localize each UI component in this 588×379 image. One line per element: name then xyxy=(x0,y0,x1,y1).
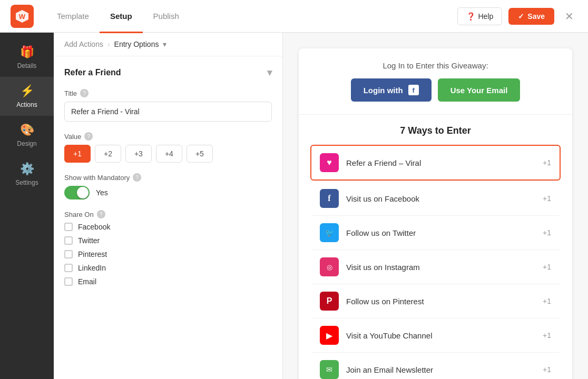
twitter-checkbox[interactable] xyxy=(64,236,73,245)
login-buttons: Login with f Use Your Email xyxy=(311,78,560,102)
pinterest-entry-points: +1 xyxy=(543,297,551,305)
entry-refer[interactable]: ♥ Refer a Friend – Viral +1 xyxy=(310,145,561,181)
nav-actions: ❓ Help ✓ Save ✕ xyxy=(457,7,578,25)
design-icon: 🎨 xyxy=(20,123,34,137)
breadcrumb-chevron-icon[interactable]: ▾ xyxy=(163,40,166,48)
instagram-entry-label: Visit us on Instagram xyxy=(346,263,535,272)
email-label: Email xyxy=(78,277,96,286)
entry-instagram[interactable]: ◎ Visit us on Instagram +1 xyxy=(311,250,560,284)
share-checkbox-list: Facebook Twitter Pinterest LinkedIn xyxy=(64,223,272,286)
sidebar: 🎁 Details ⚡ Actions 🎨 Design ⚙️ Settings xyxy=(0,33,54,379)
twitter-entry-icon: 🐦 xyxy=(320,223,339,242)
share-facebook[interactable]: Facebook xyxy=(64,223,272,231)
svg-text:W: W xyxy=(19,13,26,21)
linkedin-label: LinkedIn xyxy=(78,264,106,272)
entry-facebook[interactable]: f Visit us on Facebook +1 xyxy=(311,182,560,216)
instagram-entry-icon: ◎ xyxy=(320,257,339,276)
entry-pinterest[interactable]: P Follow us on Pinterest +1 xyxy=(311,284,560,318)
linkedin-checkbox[interactable] xyxy=(64,264,73,272)
share-linkedin[interactable]: LinkedIn xyxy=(64,264,272,272)
refer-points: +1 xyxy=(543,158,551,167)
email-entry-points: +1 xyxy=(543,365,551,374)
facebook-checkbox[interactable] xyxy=(64,223,73,231)
preview-card: Log In to Enter this Giveaway: Login wit… xyxy=(299,48,572,379)
share-pinterest[interactable]: Pinterest xyxy=(64,250,272,258)
pinterest-entry-label: Follow us on Pinterest xyxy=(346,297,535,306)
sidebar-item-actions-label: Actions xyxy=(16,101,37,108)
save-button[interactable]: ✓ Save xyxy=(508,8,554,25)
entry-youtube[interactable]: ▶ Visit a YouTube Channel +1 xyxy=(311,318,560,353)
share-help-icon[interactable]: ? xyxy=(97,210,105,218)
logo: W xyxy=(11,5,34,28)
value-buttons: +1 +2 +3 +4 +5 xyxy=(64,145,272,163)
breadcrumb: Add Actions › Entry Options ▾ xyxy=(54,33,282,56)
pinterest-checkbox[interactable] xyxy=(64,250,73,258)
mandatory-field-label: Show with Mandatory ? xyxy=(64,173,272,182)
tab-setup[interactable]: Setup xyxy=(100,1,143,33)
value-btn-4[interactable]: +4 xyxy=(156,145,182,163)
breadcrumb-add-actions[interactable]: Add Actions xyxy=(64,40,103,48)
youtube-entry-icon: ▶ xyxy=(320,326,339,345)
value-btn-5[interactable]: +5 xyxy=(187,145,213,163)
facebook-entry-icon: f xyxy=(320,189,339,208)
login-facebook-button[interactable]: Login with f xyxy=(351,78,432,102)
login-email-button[interactable]: Use Your Email xyxy=(438,78,521,102)
save-label: Save xyxy=(527,12,545,21)
entry-twitter[interactable]: 🐦 Follow us on Twitter +1 xyxy=(311,216,560,250)
login-section: Log In to Enter this Giveaway: Login wit… xyxy=(299,48,572,115)
title-input[interactable] xyxy=(64,102,272,122)
settings-icon: ⚙️ xyxy=(20,162,34,176)
top-nav: W Template Setup Publish ❓ Help ✓ Save ✕ xyxy=(0,0,588,33)
email-entry-label: Join an Email Newsletter xyxy=(346,365,535,374)
value-help-icon[interactable]: ? xyxy=(84,132,93,141)
help-button[interactable]: ❓ Help xyxy=(457,7,503,25)
mandatory-section: Show with Mandatory ? Yes xyxy=(64,173,272,200)
sidebar-item-details[interactable]: 🎁 Details xyxy=(0,38,54,77)
pinterest-label: Pinterest xyxy=(78,250,107,258)
pinterest-entry-icon: P xyxy=(320,292,339,311)
value-btn-2[interactable]: +2 xyxy=(95,145,121,163)
tab-template[interactable]: Template xyxy=(46,1,100,33)
share-twitter[interactable]: Twitter xyxy=(64,236,272,245)
toggle-label: Yes xyxy=(96,188,108,197)
login-title: Log In to Enter this Giveaway: xyxy=(311,61,560,70)
nav-tabs: Template Setup Publish xyxy=(46,0,190,33)
sidebar-item-design-label: Design xyxy=(17,140,36,147)
value-field-label: Value ? xyxy=(64,132,272,141)
share-email[interactable]: Email xyxy=(64,277,272,286)
share-field-label: Share On ? xyxy=(64,210,272,218)
sidebar-item-design[interactable]: 🎨 Design xyxy=(0,116,54,155)
mandatory-toggle[interactable] xyxy=(64,186,90,200)
collapse-icon[interactable]: ▾ xyxy=(267,67,272,78)
refer-icon: ♥ xyxy=(320,153,339,172)
help-icon: ❓ xyxy=(466,12,475,21)
sidebar-item-settings[interactable]: ⚙️ Settings xyxy=(0,155,54,194)
instagram-entry-points: +1 xyxy=(543,263,551,271)
tab-publish[interactable]: Publish xyxy=(143,1,190,33)
twitter-entry-label: Follow us on Twitter xyxy=(346,228,535,237)
entry-email[interactable]: ✉ Join an Email Newsletter +1 xyxy=(311,353,560,379)
email-checkbox[interactable] xyxy=(64,277,73,286)
refer-label: Refer a Friend – Viral xyxy=(346,158,535,167)
facebook-entry-label: Visit us on Facebook xyxy=(346,194,535,203)
main-layout: 🎁 Details ⚡ Actions 🎨 Design ⚙️ Settings… xyxy=(0,33,588,379)
toggle-knob xyxy=(77,187,89,198)
title-help-icon[interactable]: ? xyxy=(80,89,89,97)
mandatory-help-icon[interactable]: ? xyxy=(133,173,141,182)
close-button[interactable]: ✕ xyxy=(561,8,577,25)
help-label: Help xyxy=(478,12,494,21)
ways-section: 7 Ways to Enter ♥ Refer a Friend – Viral… xyxy=(299,115,572,379)
twitter-label: Twitter xyxy=(78,236,100,245)
value-btn-3[interactable]: +3 xyxy=(125,145,152,163)
check-icon: ✓ xyxy=(518,12,524,21)
youtube-entry-points: +1 xyxy=(543,331,551,340)
login-email-label: Use Your Email xyxy=(450,86,508,95)
value-section: Value ? +1 +2 +3 +4 +5 xyxy=(64,132,272,163)
login-with-label: Login with xyxy=(364,86,403,95)
value-btn-1[interactable]: +1 xyxy=(64,145,91,163)
breadcrumb-arrow: › xyxy=(107,40,110,48)
panel-content: Refer a Friend ▾ Title ? Value ? +1 +2 +… xyxy=(54,56,282,307)
sidebar-item-actions[interactable]: ⚡ Actions xyxy=(0,77,54,116)
twitter-entry-points: +1 xyxy=(543,228,551,237)
title-field-label: Title ? xyxy=(64,89,272,97)
